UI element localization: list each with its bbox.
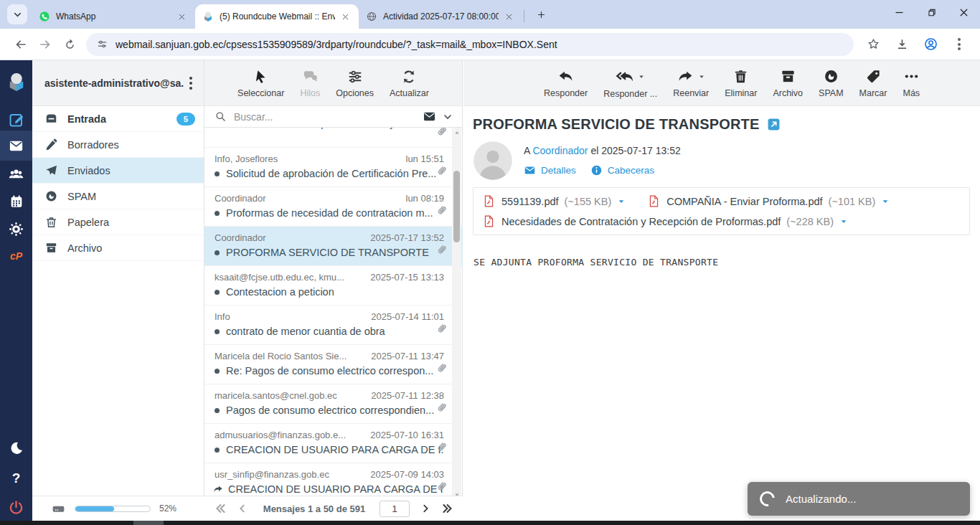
back-button[interactable] (9, 32, 33, 57)
attachment-icon (435, 164, 448, 178)
next-page-button[interactable] (418, 502, 432, 516)
forward-button[interactable]: Reenviar (673, 67, 709, 98)
message-row[interactable]: Coordinadorlun 08:19 Proformas de necesi… (204, 187, 463, 227)
message-row-selected[interactable]: Coordinador2025-07-17 13:52 PROFORMA SER… (204, 227, 463, 266)
tab-close-icon[interactable] (176, 11, 188, 23)
threads-button[interactable]: Hilos (300, 68, 320, 98)
attachment-item[interactable]: Necesidades de Contratación y Recepción … (482, 214, 848, 228)
attachment-item[interactable]: 5591139.pdf (~155 KB) (482, 194, 626, 208)
message-row[interactable]: APROBACION fase precontractual y autoriz… (204, 128, 463, 148)
message-row[interactable]: Info, Josefloreslun 15:51 Solicitud de a… (204, 148, 463, 187)
new-tab-button[interactable] (532, 5, 550, 24)
sidebar-item-borradores[interactable]: Borradores (32, 132, 204, 158)
sidebar-item-enviados[interactable]: Enviados (32, 158, 204, 184)
unread-dot (215, 290, 220, 295)
spam-button[interactable]: SPAM (819, 68, 844, 98)
folder-label: Archivo (67, 242, 102, 254)
restore-button[interactable] (915, 0, 948, 24)
mark-label: Marcar (859, 88, 887, 98)
forward-button[interactable] (33, 32, 57, 57)
message-subject: Re: Pagos de consumo electrico correspon… (226, 365, 433, 377)
sidebar-item-spam[interactable]: SPAM (32, 184, 204, 209)
quota-bar-fill (75, 506, 114, 511)
screen: WhatsApp (5) Roundcube Webmail :: Envia … (0, 0, 980, 525)
unread-dot (215, 408, 220, 413)
tab-close-icon[interactable] (339, 11, 352, 23)
headers-toggle[interactable]: Cabeceras (590, 164, 654, 176)
cpanel-icon: cP (10, 250, 22, 262)
attachment-menu-caret-icon[interactable] (839, 217, 848, 226)
tab-search-button[interactable] (7, 4, 27, 24)
archive-button[interactable]: Archivo (773, 68, 803, 98)
first-page-button[interactable] (213, 502, 227, 516)
mail-nav-button[interactable] (0, 131, 32, 161)
mark-button[interactable]: Marcar (859, 68, 887, 98)
tab-close-icon[interactable] (503, 11, 515, 23)
logout-button[interactable] (0, 493, 32, 521)
message-date: 2025-07-11 12:38 (371, 390, 444, 401)
recipient-link[interactable]: Coordinador (532, 145, 588, 156)
more-button[interactable]: Más (903, 68, 920, 98)
select-button[interactable]: Seleccionar (237, 68, 284, 98)
tab-roundcube[interactable]: (5) Roundcube Webmail :: Envia (195, 4, 359, 29)
open-in-new-window-icon[interactable] (767, 118, 781, 131)
reload-button[interactable] (57, 32, 82, 57)
message-row[interactable]: Maricela del Rocio Santos Sie...2025-07-… (204, 345, 463, 384)
scrollbar-thumb[interactable] (453, 171, 460, 242)
settings-nav-button[interactable] (0, 215, 32, 242)
reply-all-button[interactable]: Responder ... (603, 67, 657, 99)
compose-button[interactable] (0, 106, 32, 133)
folder-label: Enviados (67, 165, 110, 176)
tab-whatsapp[interactable]: WhatsApp (32, 4, 195, 29)
message-row[interactable]: Info2025-07-14 11:01 contrato de menor c… (204, 306, 463, 345)
options-button[interactable]: Opciones (336, 68, 374, 98)
prev-page-button[interactable] (235, 502, 249, 516)
attachment-menu-caret-icon[interactable] (881, 197, 890, 206)
details-toggle[interactable]: Detalles (524, 164, 576, 176)
attachment-item[interactable]: COMPAÑIA - Enviar Proforma.pdf (~101 KB) (647, 194, 890, 208)
contacts-nav-button[interactable] (0, 161, 32, 188)
attachment-icon (435, 128, 448, 138)
profile-button[interactable] (918, 32, 943, 57)
scroll-up-icon[interactable] (452, 128, 461, 138)
roundcube-logo-icon (6, 71, 27, 93)
refresh-button[interactable]: Actualizar (390, 68, 429, 98)
message-date: 2025-07-10 16:31 (370, 430, 444, 440)
help-button[interactable]: ? (0, 465, 32, 492)
search-options-chevron-icon[interactable] (442, 111, 453, 123)
tab-actividad[interactable]: Actividad 2025-07-17 08:00:00 (359, 4, 522, 29)
bookmark-button[interactable] (861, 32, 885, 57)
calendar-nav-button[interactable] (0, 188, 32, 215)
close-button[interactable] (948, 0, 980, 24)
message-row[interactable]: usr_sinfip@finanzas.gob.ec2025-07-09 14:… (204, 463, 463, 500)
delete-button[interactable]: Eliminar (725, 68, 757, 98)
minimize-button[interactable] (883, 0, 915, 24)
list-scrollbar[interactable] (452, 128, 461, 500)
cpanel-nav-button[interactable]: cP (0, 242, 32, 270)
sidebar-item-archivo[interactable]: Archivo (32, 235, 204, 261)
page-number-input[interactable] (380, 501, 410, 517)
reply-button[interactable]: Responder (544, 68, 588, 98)
message-row[interactable]: ksaait@fcjse.utb.edu.ec, kmu...2025-07-1… (204, 266, 463, 306)
fire-icon (823, 68, 839, 85)
message-row[interactable]: maricela.santos@cnel.gob.ec2025-07-11 12… (204, 384, 463, 424)
message-subject-title: PROFORMA SERVICIO DE TRANSPORTE (473, 116, 969, 133)
dropdown-caret-icon[interactable] (698, 73, 705, 80)
dropdown-caret-icon[interactable] (638, 73, 645, 80)
sidebar-item-papelera[interactable]: Papelera (32, 209, 204, 235)
last-page-button[interactable] (440, 502, 454, 516)
browser-menu-button[interactable] (947, 32, 971, 57)
search-scope-mail-icon[interactable] (423, 110, 436, 123)
archive-icon (44, 241, 58, 255)
account-menu-button[interactable] (184, 75, 198, 91)
sidebar-item-entrada[interactable]: Entrada 5 (32, 106, 204, 132)
message-date: 2025-07-11 13:47 (371, 351, 444, 361)
dark-mode-button[interactable] (0, 435, 32, 462)
chevron-left-icon (237, 503, 248, 514)
url-bar[interactable]: webmail.sanjuan.gob.ec/cpsess1535909589/… (86, 33, 854, 56)
message-row[interactable]: admusuarios@finanzas.gob.e...2025-07-10 … (204, 424, 463, 463)
question-mark-icon: ? (12, 470, 21, 486)
downloads-button[interactable] (890, 32, 914, 57)
attachment-menu-caret-icon[interactable] (617, 197, 626, 206)
search-input[interactable] (232, 110, 417, 123)
